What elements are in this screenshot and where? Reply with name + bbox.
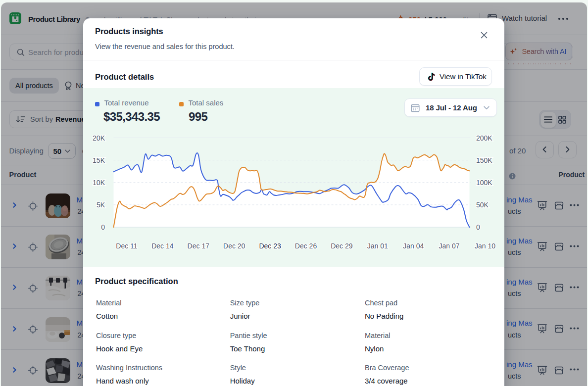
y-axis-right-label: 200K — [476, 134, 492, 142]
spec-item: Bra Coverage 3/4 coverage — [365, 363, 492, 386]
products-insights-modal: Products insights View the revenue and s… — [83, 18, 504, 386]
spec-value: 3/4 coverage — [365, 376, 492, 386]
x-axis-label: Dec 20 — [223, 241, 245, 249]
y-axis-right-label: 150K — [476, 156, 492, 164]
spec-value: Hand wash only — [96, 376, 230, 386]
spec-label: Material — [365, 331, 492, 340]
y-axis-left-label: 0 — [101, 223, 105, 231]
spec-label: Material — [96, 298, 230, 308]
modal-header-divider — [83, 60, 504, 60]
modal-close-button[interactable] — [477, 28, 491, 42]
x-axis-label: Jan 04 — [403, 241, 424, 249]
spec-item: Closure type Hook and Eye — [96, 331, 230, 354]
y-axis-right-label: 100K — [476, 179, 492, 187]
spec-item: Material Nylon — [365, 331, 492, 354]
spec-value: No Padding — [365, 311, 492, 321]
spec-label: Bra Coverage — [365, 363, 492, 373]
spec-label: Washing Instructions — [96, 363, 230, 373]
spec-value: Cotton — [96, 311, 230, 321]
x-axis-label: Jan 07 — [439, 241, 460, 249]
x-axis-label: Jan 01 — [367, 241, 388, 249]
spec-label: Pantie style — [230, 331, 365, 340]
spec-value: Junior — [230, 311, 365, 321]
y-axis-left-label: 15K — [93, 156, 105, 164]
spec-item: Washing Instructions Hand wash only — [96, 363, 230, 386]
spec-label: Style — [230, 363, 365, 373]
close-icon — [481, 32, 488, 39]
spec-item: Chest pad No Padding — [365, 298, 492, 321]
y-axis-left-label: 10K — [93, 179, 105, 187]
spec-value: Toe Thong — [230, 344, 365, 354]
view-in-tiktok-label: View in TikTok — [440, 72, 487, 81]
x-axis-label: Jan 10 — [475, 241, 495, 249]
spec-label: Size type — [230, 298, 365, 308]
spec-item: Style Holiday — [230, 363, 365, 386]
x-axis-label: Dec 11 — [116, 241, 138, 249]
revenue-sales-chart: 05K10K15K20K050K100K150K200KDec 11Dec 14… — [83, 88, 504, 267]
y-axis-right-label: 50K — [476, 201, 489, 209]
spec-value: Holiday — [230, 376, 365, 386]
y-axis-left-label: 5K — [97, 201, 105, 209]
spec-label: Chest pad — [365, 298, 492, 308]
y-axis-right-label: 0 — [476, 223, 480, 231]
modal-title: Products insights — [95, 27, 163, 36]
y-axis-left-label: 20K — [93, 134, 105, 142]
x-axis-label: Dec 23 — [259, 241, 281, 249]
spec-item: Pantie style Toe Thong — [230, 331, 365, 354]
x-axis-label: Dec 26 — [295, 241, 317, 249]
modal-subtitle: View the revenue and sales for this prod… — [95, 43, 235, 50]
x-axis-label: Dec 29 — [331, 241, 353, 249]
spec-value: Nylon — [365, 344, 492, 354]
tiktok-icon — [427, 72, 435, 81]
view-in-tiktok-button[interactable]: View in TikTok — [419, 67, 492, 86]
product-specification-heading: Product specification — [95, 277, 178, 286]
chart-panel: Total revenue $35,343.35 Total sales 995… — [83, 88, 504, 267]
spec-item: Material Cotton — [96, 298, 230, 321]
spec-label: Closure type — [96, 331, 230, 340]
spec-value: Hook and Eye — [96, 344, 230, 354]
product-details-heading: Product details — [95, 72, 154, 82]
x-axis-label: Dec 14 — [151, 241, 174, 249]
product-specification-grid: Material CottonSize type JuniorChest pad… — [96, 298, 492, 386]
spec-item: Size type Junior — [230, 298, 365, 321]
x-axis-label: Dec 17 — [188, 241, 210, 249]
